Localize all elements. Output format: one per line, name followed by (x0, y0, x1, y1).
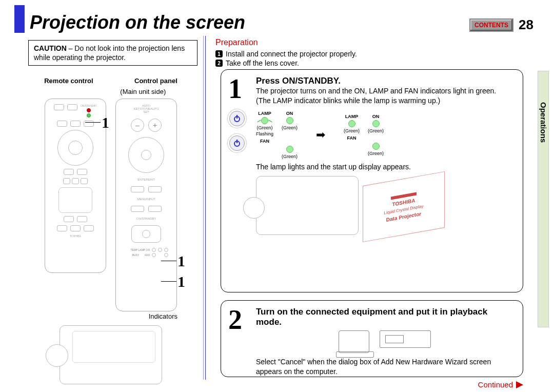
ind-green: (Green) (257, 125, 273, 130)
remote-control-illustration: ON/STANDBY TOSHIBA (45, 99, 106, 273)
remote-callout: 1 (102, 114, 109, 131)
step-2-number: 2 (228, 304, 242, 336)
vcr-icon (380, 330, 431, 348)
contents-button[interactable]: CONTENTS (469, 18, 513, 32)
bullet-1: 1 (215, 50, 223, 57)
bullet-2: 2 (215, 60, 223, 67)
step-2-title: Turn on the connected equipment and put … (256, 307, 513, 327)
ind-green: (Green) (368, 128, 384, 133)
step-2-card: 2 Turn on the connected equipment and pu… (221, 300, 523, 377)
laptop-icon (339, 330, 369, 353)
step-1-line3: The lamp lights and the start up display… (256, 162, 513, 172)
indicators-label: Indicators (24, 312, 198, 320)
ind-green: (Green) (282, 125, 298, 130)
preparation-title: Preparation (215, 38, 357, 47)
panel-callout-1: 1 (177, 252, 185, 270)
step-1-number: 1 (228, 73, 242, 105)
prep-item-1: Install and connect the projector proper… (226, 49, 357, 58)
title-accent-block (14, 5, 25, 33)
divider (205, 36, 206, 380)
ind-lamp-label: LAMP (345, 114, 359, 119)
divider (203, 36, 204, 380)
left-column: Remote control Control panel (Main unit … (24, 77, 198, 384)
panel-callout-2: 1 (177, 273, 185, 290)
ind-fan-label: FAN (347, 135, 357, 141)
panel-sub: (Main unit side) (120, 88, 166, 95)
ind-green: (Green) (344, 128, 360, 133)
control-panel-illustration: AUTOKEYSTONEAUTOSET –+ ENTEREXIT MENUINP… (115, 99, 177, 311)
indicator-diagram: LAMP(Green)Flashing ON(Green) FAN (Green… (256, 111, 513, 159)
panel-label: Control panel (134, 77, 177, 85)
power-icon (229, 111, 245, 126)
section-tab: Operations (538, 71, 549, 327)
projector-illustration (60, 325, 162, 384)
continued-label: Continued (478, 380, 513, 389)
projector-startup-illustration: TOSHIBA Liquid Crystal Display Data Proj… (256, 176, 513, 235)
step-1-title: Press ON/STANDBY. (256, 76, 513, 86)
ind-on-label: ON (372, 114, 380, 119)
caution-box: CAUTION – Do not look into the projectio… (28, 40, 197, 66)
step-2-note: Select "Cancel" when the dialog box of A… (256, 357, 513, 377)
prep-item-2: Take off the lens cover. (226, 58, 299, 68)
section-tab-label: Operations (539, 102, 548, 143)
remote-label: Remote control (44, 77, 93, 85)
ind-green: (Green) (368, 151, 384, 156)
ind-on-label: ON (286, 111, 293, 116)
caution-label: CAUTION (34, 44, 67, 52)
ind-flashing: Flashing (256, 131, 273, 136)
ind-fan-label: FAN (260, 139, 269, 144)
page-number: 28 (519, 17, 533, 33)
ind-green: (Green) (282, 154, 298, 159)
arrow-right-icon: ➡ (316, 128, 325, 142)
page-title: Projection on the screen (30, 12, 469, 33)
ind-lamp-label: LAMP (258, 111, 271, 116)
preparation-block: Preparation 1Install and connect the pro… (215, 38, 357, 68)
step-1-line2: (The LAMP indicator blinks while the lam… (256, 96, 513, 106)
continued-arrow-icon (516, 381, 523, 388)
power-icon (229, 135, 245, 151)
step-1-line1: The projector turns on and the ON, LAMP … (256, 86, 513, 96)
continued-indicator: Continued (478, 380, 523, 389)
step-1-card: 1 Press ON/STANDBY. The projector turns … (221, 69, 523, 292)
